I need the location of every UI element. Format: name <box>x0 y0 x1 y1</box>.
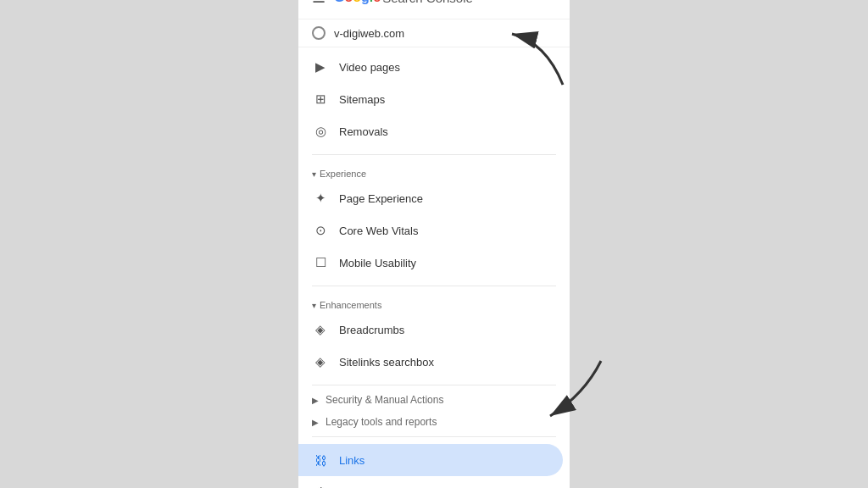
logo-suffix: Search Console <box>382 0 473 5</box>
site-selector[interactable]: v-digiweb.com <box>298 19 570 47</box>
google-search-console-panel: ☰ Google Search Console v-digiweb.com ▶ … <box>298 0 570 488</box>
divider-experience <box>312 154 556 155</box>
logo: Google Search Console <box>334 0 473 5</box>
experience-section: ▾ Experience ✦ Page Experience ⊙ Core We… <box>298 158 570 282</box>
nav-label-breadcrumbs: Breadcrumbs <box>339 324 404 336</box>
experience-label-text: Experience <box>320 169 366 179</box>
breadcrumbs-icon: ◈ <box>312 321 329 338</box>
nav-label-video-pages: Video pages <box>339 61 400 74</box>
security-manual-actions-label: Security & Manual Actions <box>326 394 443 406</box>
nav-item-settings[interactable]: ⚙ Settings <box>298 476 563 488</box>
logo-g1: G <box>334 0 344 5</box>
nav-label-core-web-vitals: Core Web Vitals <box>339 225 418 237</box>
video-pages-icon: ▶ <box>312 58 329 75</box>
divider-security <box>312 385 556 385</box>
collapsed-legacy-tools[interactable]: ▶ Legacy tools and reports <box>298 411 570 433</box>
experience-collapse-arrow[interactable]: ▾ <box>312 169 316 179</box>
enhancements-collapse-arrow[interactable]: ▾ <box>312 301 316 310</box>
enhancements-label: ▾ Enhancements <box>298 293 570 313</box>
page-experience-icon: ✦ <box>312 190 329 207</box>
nav-label-sitemaps: Sitemaps <box>339 93 385 106</box>
nav-item-sitelinks-searchbox[interactable]: ◈ Sitelinks searchbox <box>298 346 563 378</box>
nav-item-mobile-usability[interactable]: ☐ Mobile Usability <box>298 247 563 279</box>
nav-label-links: Links <box>339 454 364 467</box>
legacy-tools-label: Legacy tools and reports <box>326 416 437 428</box>
header: ☰ Google Search Console <box>298 0 570 19</box>
nav-label-page-experience: Page Experience <box>339 192 423 205</box>
enhancements-section: ▾ Enhancements ◈ Breadcrumbs ◈ Sitelinks… <box>298 290 570 381</box>
nav-item-removals[interactable]: ◎ Removals <box>298 115 563 147</box>
logo-o2: o <box>353 0 361 5</box>
mobile-usability-icon: ☐ <box>312 254 329 271</box>
site-name: v-digiweb.com <box>334 27 404 40</box>
nav-item-sitemaps[interactable]: ⊞ Sitemaps <box>298 83 563 115</box>
sitemaps-icon: ⊞ <box>312 91 329 108</box>
sitelinks-searchbox-icon: ◈ <box>312 353 329 370</box>
nav-item-breadcrumbs[interactable]: ◈ Breadcrumbs <box>298 313 563 346</box>
logo-o1: o <box>344 0 353 5</box>
hamburger-icon[interactable]: ☰ <box>312 0 326 7</box>
removals-icon: ◎ <box>312 123 329 140</box>
nav-label-mobile-usability: Mobile Usability <box>339 257 416 269</box>
nav-item-core-web-vitals[interactable]: ⊙ Core Web Vitals <box>298 214 563 247</box>
site-icon <box>312 26 326 40</box>
collapsed-security-manual-actions[interactable]: ▶ Security & Manual Actions <box>298 389 570 411</box>
top-nav-section: ▶ Video pages ⊞ Sitemaps ◎ Removals <box>298 47 570 151</box>
divider-bottom <box>312 436 556 437</box>
nav-label-removals: Removals <box>339 125 388 138</box>
enhancements-label-text: Enhancements <box>320 300 381 310</box>
settings-icon: ⚙ <box>312 484 329 488</box>
nav-item-video-pages[interactable]: ▶ Video pages <box>298 51 563 83</box>
legacy-expand-arrow: ▶ <box>312 418 319 427</box>
nav-label-sitelinks-searchbox: Sitelinks searchbox <box>339 356 434 369</box>
experience-label: ▾ Experience <box>298 162 570 182</box>
links-icon: ⛓ <box>312 452 329 469</box>
logo-e: e <box>373 0 381 5</box>
nav-item-page-experience[interactable]: ✦ Page Experience <box>298 182 563 214</box>
bottom-nav-section: ⛓ Links ⚙ Settings <box>298 441 570 488</box>
core-web-vitals-icon: ⊙ <box>312 222 329 239</box>
logo-g2: g <box>361 0 370 5</box>
divider-enhancements <box>312 286 556 286</box>
nav-item-links[interactable]: ⛓ Links <box>298 444 563 476</box>
security-expand-arrow: ▶ <box>312 396 319 405</box>
